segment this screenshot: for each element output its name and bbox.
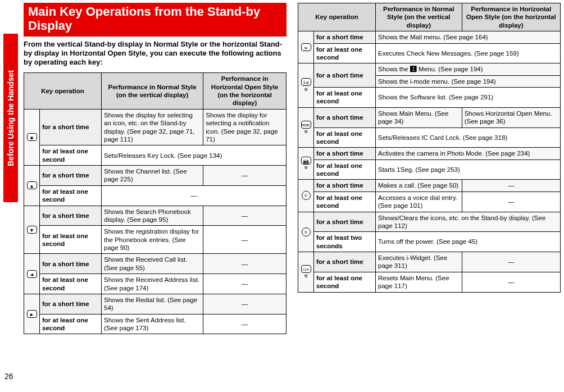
i-alpha-key-icon: iα <box>301 78 311 86</box>
table-row: ▲ for a short time Shows the Channel lis… <box>24 166 286 186</box>
table-row: ✉ for a short time Shows the Mail menu. … <box>298 31 561 43</box>
duration-cell: for a short time <box>314 31 376 43</box>
duration-cell: for at least one second <box>314 88 376 108</box>
key-cell: CLR※ <box>298 252 314 293</box>
th-normal: Performance in Normal Style (on the vert… <box>102 73 203 110</box>
duration-cell: for a short time <box>40 166 102 186</box>
perf-horizontal: — <box>462 252 560 272</box>
duration-cell: for a short time <box>314 148 376 159</box>
mail-key-icon: ✉ <box>301 43 311 51</box>
side-tab: Before Using the Handset <box>3 34 18 202</box>
perf-span: Sets/Releases IC Card Lock. (See page 31… <box>376 127 561 148</box>
perf-span: — <box>102 185 286 206</box>
content-columns: Main Key Operations from the Stand-by Di… <box>24 3 561 334</box>
duration-cell: for a short time <box>40 254 102 274</box>
table-row: iα※ for a short time Shows the 🅸 Menu. (… <box>298 63 561 75</box>
nav-up-icon: ▲ <box>27 181 37 189</box>
perf-normal: Shows the registration display for the P… <box>102 226 203 254</box>
perf-normal: Shows the Channel list. (See page 225) <box>102 166 203 186</box>
key-cell: ▶ <box>24 294 40 334</box>
table-row: for at least one second Shows the Sent A… <box>24 314 286 334</box>
table-row: for at least one second Shows the Softwa… <box>298 88 561 108</box>
perf-normal: Shows the Redial list. (See page 54) <box>102 294 203 314</box>
table-row: ◉ for a short time Shows the display for… <box>24 109 286 145</box>
nav-down-icon: ▼ <box>27 226 37 234</box>
duration-cell: for at least two seconds <box>314 232 376 252</box>
perf-horizontal: Shows the display for selecting a notifi… <box>203 109 286 145</box>
table-row: MENU※ for a short time Shows Main Menu. … <box>298 107 561 127</box>
duration-cell: for at least one second <box>40 226 102 254</box>
note-mark: ※ <box>301 86 311 93</box>
note-mark: ※ <box>301 273 311 279</box>
table-header-row: Key operation Performance in Normal Styl… <box>24 73 286 110</box>
clr-key-icon: CLR <box>301 265 311 273</box>
duration-cell: for at least one second <box>314 159 376 180</box>
perf-normal: Shows the Search Phonebook display. (See… <box>102 206 203 226</box>
table-row: for at least one second Sets/Releases IC… <box>298 127 561 148</box>
duration-cell: for a short time <box>314 252 376 272</box>
perf-horizontal: — <box>203 294 286 314</box>
perf-normal: Shows the Sent Address list. (See page 1… <box>102 314 203 334</box>
perf-span: Activates the camera in Photo Mode. (See… <box>376 148 561 159</box>
duration-cell: for a short time <box>314 63 376 88</box>
table-row: for at least one second Executes Check N… <box>298 43 561 63</box>
table-row: for at least one second Starts 1Seg. (Se… <box>298 159 561 180</box>
left-operations-table: Key operation Performance in Normal Styl… <box>24 72 286 334</box>
perf-normal: Shows Main Menu. (See page 34) <box>376 107 462 127</box>
perf-horizontal: — <box>203 254 286 274</box>
perf-horizontal: Shows Horizontal Open Menu. (See page 36… <box>462 107 560 127</box>
table-row: for at least one second Accesses a voice… <box>298 192 561 212</box>
th-normal: Performance in Normal Style (on the vert… <box>376 3 462 31</box>
perf-span: Shows the Software list. (See page 291) <box>376 88 561 108</box>
perf-horizontal: — <box>462 180 560 192</box>
perf-normal: Executes i-Widget. (See page 311) <box>376 252 462 272</box>
duration-cell: for at least one second <box>40 314 102 334</box>
table-row: ▼ for a short time Shows the Search Phon… <box>24 206 286 226</box>
duration-cell: for a short time <box>40 206 102 226</box>
perf-normal: Accesses a voice dial entry. (See page 1… <box>376 192 462 212</box>
duration-cell: for a short time <box>314 107 376 127</box>
th-key-op: Key operation <box>298 3 376 31</box>
key-cell: ◀ <box>24 254 40 294</box>
intro-text: From the vertical Stand-by display in No… <box>24 40 286 67</box>
camera-key-icon: 📷 <box>301 157 311 165</box>
key-cell: ⎋ <box>298 212 314 252</box>
page-number: 26 <box>4 372 13 381</box>
perf-span: Sets/Releases Key Lock. (See page 134) <box>102 145 286 166</box>
duration-cell: for a short time <box>40 294 102 314</box>
perf-normal: Makes a call. (See page 50) <box>376 180 462 192</box>
duration-cell: for at least one second <box>314 192 376 212</box>
perf-normal: Shows the Received Address list. (See pa… <box>102 274 203 294</box>
table-row: ▶ for a short time Shows the Redial list… <box>24 294 286 314</box>
duration-cell: for at least one second <box>40 274 102 294</box>
key-cell: ▲ <box>24 166 40 206</box>
key-cell: ◉ <box>24 109 40 165</box>
duration-cell: for a short time <box>40 109 102 145</box>
duration-cell: for a short time <box>314 212 376 232</box>
perf-horizontal: — <box>462 272 560 292</box>
perf-span: Shows the Mail menu. (See page 164) <box>376 31 561 43</box>
note-mark: ※ <box>301 165 311 171</box>
nav-right-icon: ▶ <box>27 310 37 318</box>
perf-horizontal: — <box>203 226 286 254</box>
perf-normal: Shows the Received Call list. (See page … <box>102 254 203 274</box>
page-title: Main Key Operations from the Stand-by Di… <box>24 3 286 37</box>
table-row: CLR※ for a short time Executes i-Widget.… <box>298 252 561 272</box>
th-horizontal: Performance in Horizontal Open Style (on… <box>462 3 560 31</box>
perf-span: Shows/Clears the icons, etc. on the Stan… <box>376 212 561 232</box>
key-cell: MENU※ <box>298 107 314 148</box>
table-row: ⎋ for a short time Shows/Clears the icon… <box>298 212 561 232</box>
power-key-icon: ⎋ <box>302 227 311 236</box>
perf-span: Starts 1Seg. (See page 253) <box>376 159 561 180</box>
perf-horizontal: — <box>203 314 286 334</box>
right-column: Key operation Performance in Normal Styl… <box>298 3 561 334</box>
key-cell: iα※ <box>298 63 314 108</box>
duration-cell: for at least one second <box>40 145 102 166</box>
table-row: for at least one second Shows the Receiv… <box>24 274 286 294</box>
table-row: for at least one second Shows the regist… <box>24 226 286 254</box>
duration-cell: for at least one second <box>314 127 376 148</box>
table-row: for at least one second Resets Main Menu… <box>298 272 561 292</box>
perf-horizontal: — <box>462 192 560 212</box>
key-cell: ✆ <box>298 180 314 212</box>
perf-horizontal: — <box>203 166 286 186</box>
